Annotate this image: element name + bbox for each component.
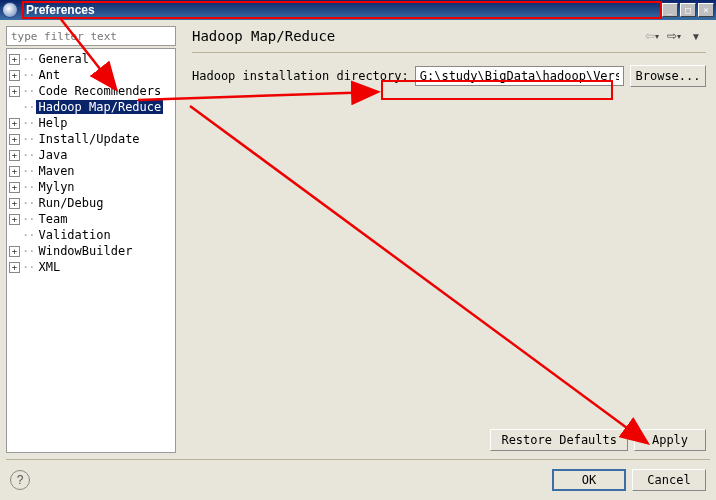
expand-icon[interactable]: + [9, 70, 20, 81]
tree-item-label: Run/Debug [36, 196, 105, 210]
tree-connector: ·· [22, 180, 34, 194]
restore-defaults-button[interactable]: Restore Defaults [490, 429, 628, 451]
footer-buttons: OK Cancel [552, 469, 706, 491]
tree-item-label: XML [36, 260, 62, 274]
expand-icon[interactable]: + [9, 198, 20, 209]
tree-connector: ·· [22, 164, 34, 178]
tree-connector: ·· [22, 244, 34, 258]
expand-icon[interactable]: + [9, 134, 20, 145]
main-panel: Hadoop Map/Reduce ⇦▾ ⇨▾ ▼ Hadoop install… [182, 20, 716, 459]
tree-connector: ·· [22, 196, 34, 210]
titlebar: Preferences _ □ × [0, 0, 716, 20]
page-buttons: Restore Defaults Apply [490, 429, 706, 451]
tree-item-label: Java [36, 148, 69, 162]
tree-connector: ·· [22, 212, 34, 226]
expand-spacer [9, 102, 20, 113]
tree-connector: ·· [22, 68, 34, 82]
expand-icon[interactable]: + [9, 182, 20, 193]
directory-label: Hadoop installation directory: [192, 69, 409, 83]
tree-item[interactable]: +··Maven [7, 163, 175, 179]
tree-item[interactable]: +··Ant [7, 67, 175, 83]
app-icon [2, 2, 18, 18]
tree-item-label: Ant [36, 68, 62, 82]
expand-icon[interactable]: + [9, 166, 20, 177]
forward-button[interactable]: ⇨▾ [664, 28, 684, 44]
tree-item[interactable]: +··Mylyn [7, 179, 175, 195]
cancel-button[interactable]: Cancel [632, 469, 706, 491]
tree-item[interactable]: +··Java [7, 147, 175, 163]
tree-connector: ·· [22, 52, 34, 66]
tree-item[interactable]: +··XML [7, 259, 175, 275]
browse-button[interactable]: Browse... [630, 65, 706, 87]
ok-button[interactable]: OK [552, 469, 626, 491]
help-icon[interactable]: ? [10, 470, 30, 490]
tree-connector: ·· [22, 132, 34, 146]
dialog-footer: ? OK Cancel [0, 460, 716, 500]
expand-spacer [9, 230, 20, 241]
tree-item[interactable]: +··Code Recommenders [7, 83, 175, 99]
tree-connector: ·· [22, 84, 34, 98]
tree-item-label: Code Recommenders [36, 84, 163, 98]
back-button[interactable]: ⇦▾ [642, 28, 662, 44]
tree-connector: ·· [22, 116, 34, 130]
tree-item-label: Maven [36, 164, 76, 178]
nav-arrows: ⇦▾ ⇨▾ ▼ [642, 28, 706, 44]
tree-connector: ·· [22, 228, 34, 242]
tree-item-label: General [36, 52, 91, 66]
tree-item-label: Install/Update [36, 132, 141, 146]
expand-icon[interactable]: + [9, 86, 20, 97]
tree-item-label: WindowBuilder [36, 244, 134, 258]
page-header: Hadoop Map/Reduce ⇦▾ ⇨▾ ▼ [192, 28, 706, 53]
apply-button[interactable]: Apply [634, 429, 706, 451]
filter-input[interactable] [6, 26, 176, 46]
expand-icon[interactable]: + [9, 54, 20, 65]
tree-item-label: Team [36, 212, 69, 226]
tree-item-label: Hadoop Map/Reduce [36, 100, 163, 114]
tree-item[interactable]: +··Help [7, 115, 175, 131]
tree-item[interactable]: +··Run/Debug [7, 195, 175, 211]
tree-item-label: Validation [36, 228, 112, 242]
tree-item-label: Mylyn [36, 180, 76, 194]
expand-icon[interactable]: + [9, 214, 20, 225]
tree-item[interactable]: +··Team [7, 211, 175, 227]
tree-connector: ·· [22, 100, 34, 114]
tree-item[interactable]: ··Hadoop Map/Reduce [7, 99, 175, 115]
window-title: Preferences [22, 1, 662, 19]
directory-input[interactable] [415, 66, 624, 86]
maximize-button[interactable]: □ [680, 3, 696, 17]
expand-icon[interactable]: + [9, 246, 20, 257]
page-title: Hadoop Map/Reduce [192, 28, 642, 44]
window-controls: _ □ × [662, 3, 714, 17]
tree-item[interactable]: ··Validation [7, 227, 175, 243]
expand-icon[interactable]: + [9, 118, 20, 129]
tree-connector: ·· [22, 260, 34, 274]
sidebar: +··General+··Ant+··Code Recommenders··Ha… [0, 20, 182, 459]
menu-button[interactable]: ▼ [686, 28, 706, 44]
tree-item[interactable]: +··Install/Update [7, 131, 175, 147]
tree-item-label: Help [36, 116, 69, 130]
minimize-button[interactable]: _ [662, 3, 678, 17]
expand-icon[interactable]: + [9, 262, 20, 273]
directory-row: Hadoop installation directory: Browse... [192, 65, 706, 87]
tree-item[interactable]: +··General [7, 51, 175, 67]
tree-item[interactable]: +··WindowBuilder [7, 243, 175, 259]
close-button[interactable]: × [698, 3, 714, 17]
preferences-tree[interactable]: +··General+··Ant+··Code Recommenders··Ha… [6, 48, 176, 453]
tree-connector: ·· [22, 148, 34, 162]
expand-icon[interactable]: + [9, 150, 20, 161]
